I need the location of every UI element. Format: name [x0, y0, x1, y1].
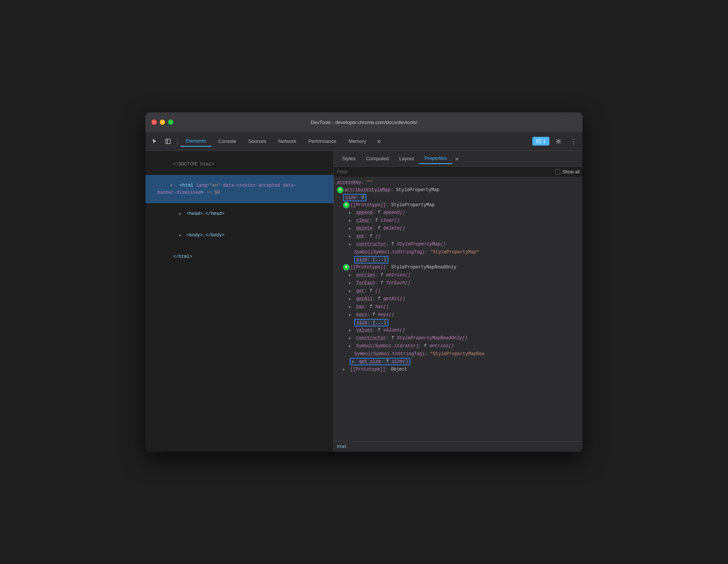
minimize-button[interactable]: [160, 120, 165, 125]
prop-key-delete: delete: [356, 226, 372, 231]
tab-computed[interactable]: Computed: [361, 153, 394, 164]
prop-key-clear: clear: [356, 218, 370, 223]
delete-triangle[interactable]: [349, 225, 353, 232]
prop-prototype-object: [[Prototype]]: Object: [334, 366, 583, 374]
prop-val-clear: f: [375, 218, 381, 223]
prop-key-has: has: [356, 304, 364, 310]
prop-constructor-spm: constructor: f StylePropertyMap(): [334, 241, 583, 248]
prop-getall: getAll: f getAll(): [334, 295, 583, 303]
prop-val-keys: f: [372, 312, 378, 317]
tab-memory[interactable]: Memory: [343, 136, 372, 146]
body-expand-triangle[interactable]: [179, 232, 184, 239]
prop-val-symbol-iterator: f: [424, 343, 429, 349]
prop-size-0: size: 0: [334, 194, 583, 201]
dom-body-tag[interactable]: <body>…</body>: [145, 225, 333, 246]
prop-set: set: f (): [334, 233, 583, 241]
keys-triangle[interactable]: [349, 311, 353, 319]
inspect-icon[interactable]: [162, 135, 174, 147]
close-button[interactable]: [151, 120, 157, 125]
prop-val-values: f: [378, 328, 383, 333]
notification-button[interactable]: 1: [532, 137, 549, 146]
right-panel-wrapper: Styles Computed Layout Properties » Show…: [334, 151, 583, 452]
getall-triangle[interactable]: [349, 296, 353, 303]
prop-key-symbol-iterator: Symbol(Symbol.iterator): [356, 343, 419, 349]
get-size-highlighted: get size: f size(): [350, 358, 410, 365]
traffic-lights: [151, 120, 173, 125]
prop-entries: entries: f entries(): [334, 271, 583, 279]
dom-html-close: </html>: [145, 246, 333, 267]
prop-val-get: f: [370, 288, 375, 294]
dom-html-tag[interactable]: … <html lang="en" data-cookies-accepted …: [145, 175, 333, 203]
set-triangle[interactable]: [349, 233, 353, 240]
prop-values: values: f values(): [334, 326, 583, 334]
append-triangle[interactable]: [349, 209, 353, 216]
prototype-object-triangle[interactable]: [343, 366, 347, 373]
prop-val-has: f: [370, 304, 375, 310]
show-all-label[interactable]: Show all: [555, 169, 580, 175]
prop-key-size-dotdot-1: size: [356, 257, 367, 262]
tab-console[interactable]: Console: [213, 136, 242, 146]
prop-val-constructor-spmro: f: [392, 336, 397, 341]
prop-val-size-dotdot-1: (...): [373, 257, 386, 262]
dom-panel: <!DOCTYPE html> … <html lang="en" data-c…: [145, 151, 334, 452]
head-expand-triangle[interactable]: [179, 210, 184, 218]
notification-count: 1: [543, 138, 546, 144]
has-triangle[interactable]: [349, 303, 353, 311]
filter-bar: Show all: [334, 167, 583, 177]
prop-val-symbol-tostring-spmro: "StylePropertyMapRea: [430, 351, 485, 357]
toolbar-divider: [177, 137, 177, 146]
prop-val-append: f: [378, 210, 383, 215]
prop-key-symbol-tostring-spmro: Symbol(Symbol.toStringTag): [354, 351, 425, 357]
dom-head-tag[interactable]: <head>…</head>: [145, 203, 333, 225]
prototype-spmro-expand-circle[interactable]: ▼: [343, 264, 350, 271]
get-size-triangle[interactable]: [352, 358, 356, 365]
tab-performance[interactable]: Performance: [303, 136, 341, 146]
entries-triangle[interactable]: [349, 272, 353, 279]
show-all-checkbox[interactable]: [555, 169, 560, 175]
size-0-highlighted: size: 0: [343, 194, 366, 201]
prop-funcname-delete: delete(): [383, 226, 405, 231]
html-expand-triangle[interactable]: [170, 182, 175, 189]
tab-network[interactable]: Network: [273, 136, 302, 146]
values-triangle[interactable]: [349, 327, 353, 334]
maximize-button[interactable]: [168, 120, 173, 125]
tab-sources[interactable]: Sources: [243, 136, 272, 146]
foreach-triangle[interactable]: [349, 280, 353, 287]
get-triangle[interactable]: [349, 288, 353, 295]
prop-funcname-has: has(): [375, 304, 389, 310]
prop-append: append: f append(): [334, 209, 583, 217]
cursor-icon[interactable]: [148, 135, 161, 147]
prop-key-getall: getAll: [356, 296, 372, 302]
more-options-icon[interactable]: ⋮: [567, 135, 580, 147]
prop-val-accesskey: "": [367, 180, 372, 185]
tab-layout[interactable]: Layout: [394, 153, 419, 164]
prop-funcname-values: values(): [383, 328, 405, 333]
prop-key-keys: keys: [356, 312, 367, 317]
filter-input[interactable]: [337, 169, 552, 175]
more-tabs-icon[interactable]: »: [373, 135, 385, 147]
devtools-window: DevTools - developer.chrome.com/docs/dev…: [145, 112, 583, 452]
tab-elements[interactable]: Elements: [180, 136, 211, 147]
prop-val-set: f: [370, 234, 375, 239]
toolbar-right: 1 ⋮: [532, 135, 580, 147]
prop-funcname-foreach: forEach(): [386, 280, 410, 286]
constructor-spmro-triangle[interactable]: [349, 335, 353, 342]
tab-styles[interactable]: Styles: [337, 153, 361, 164]
prop-keys: keys: f keys(): [334, 311, 583, 319]
settings-icon[interactable]: [552, 135, 564, 147]
more-right-tabs-icon[interactable]: »: [452, 154, 462, 164]
prop-key-get-size: get size: [359, 359, 381, 364]
dom-doctype: <!DOCTYPE html>: [145, 154, 333, 175]
tab-properties[interactable]: Properties: [419, 153, 452, 164]
prop-key-set: set: [356, 234, 364, 239]
prop-size-dotdot-2: size: (...): [334, 319, 583, 326]
constructor-spm-triangle[interactable]: [349, 241, 353, 248]
prop-val-getall: f: [378, 296, 383, 302]
svg-point-3: [558, 140, 560, 142]
prop-val-entries: f: [381, 273, 386, 278]
prototype-spm-expand-circle[interactable]: ▼: [343, 202, 350, 208]
clear-triangle[interactable]: [349, 217, 353, 224]
attributestylemap-expand-circle[interactable]: ▼: [337, 187, 344, 193]
prop-clear: clear: f clear(): [334, 217, 583, 225]
symbol-iterator-triangle[interactable]: [349, 343, 353, 350]
